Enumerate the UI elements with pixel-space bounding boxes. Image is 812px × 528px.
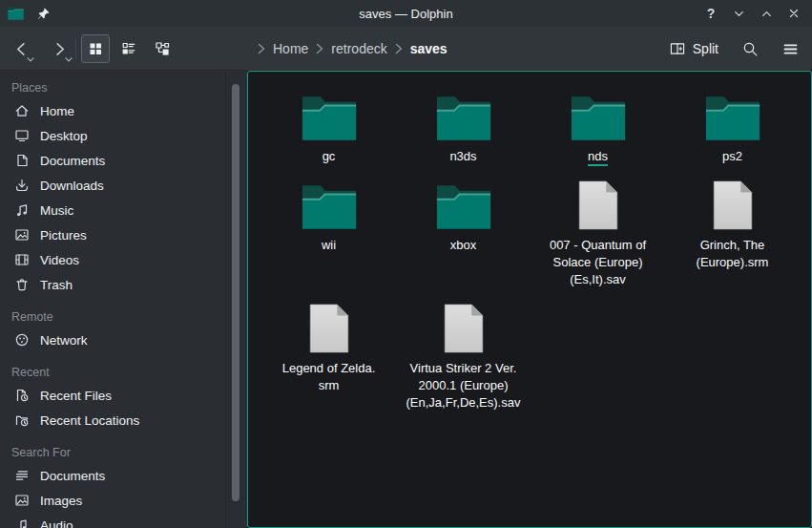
- sidebar-item-label: Network: [40, 333, 88, 348]
- folder-icon: [571, 90, 626, 141]
- dropdown-caret-icon[interactable]: [65, 57, 73, 62]
- sidebar-item-recent-locations[interactable]: Recent Locations: [0, 408, 247, 433]
- sidebar-item-music[interactable]: Music: [0, 198, 247, 222]
- item-label: n3ds: [449, 148, 476, 165]
- toolbar-separator: [75, 39, 76, 59]
- sidebar-item-label: Videos: [40, 253, 79, 267]
- toolbar: Homeretrodecksaves Split: [0, 27, 812, 71]
- split-button[interactable]: Split: [670, 41, 718, 56]
- sidebar-item-images[interactable]: Images: [0, 488, 247, 513]
- window-title: saves — Dolphin: [0, 7, 812, 21]
- music-icon: [14, 202, 30, 218]
- file-item-legend-of-zelda[interactable]: Legend of Zelda.srm: [261, 302, 396, 412]
- recent-locations-icon: [14, 412, 30, 428]
- sidebar-item-label: Documents: [40, 154, 105, 168]
- sidebar-item-documents[interactable]: Documents: [0, 463, 247, 488]
- search-images-icon: [14, 493, 30, 508]
- tree-view-button[interactable]: [148, 34, 177, 63]
- folder-item-wii[interactable]: wii: [261, 179, 396, 288]
- breadcrumb-item-retrodeck[interactable]: retrodeck: [331, 41, 386, 56]
- breadcrumb-chevron-icon: [258, 43, 265, 54]
- file-item-007-quantum-of[interactable]: 007 - Quantum ofSolace (Europe)(Es,It).s…: [531, 179, 665, 288]
- split-view-icon: [670, 41, 685, 56]
- folder-icon: [436, 179, 491, 230]
- dropdown-caret-icon[interactable]: [27, 57, 34, 62]
- sidebar-item-label: Music: [40, 203, 73, 218]
- documents-icon: [14, 153, 30, 168]
- pin-icon[interactable]: [36, 7, 51, 21]
- folder-app-icon: [8, 7, 24, 20]
- sidebar-item-pictures[interactable]: Pictures: [0, 222, 247, 247]
- icons-view-button[interactable]: [81, 34, 110, 63]
- view-mode-buttons: [81, 34, 177, 63]
- recent-files-icon: [14, 388, 30, 403]
- downloads-icon: [14, 178, 30, 193]
- split-button-label: Split: [693, 41, 718, 56]
- item-label: ps2: [722, 148, 742, 165]
- search-audio-icon: [14, 517, 30, 528]
- sidebar-item-trash[interactable]: Trash: [0, 272, 247, 297]
- window-controls: ?: [700, 0, 804, 27]
- help-button[interactable]: ?: [700, 3, 721, 24]
- breadcrumb-item-home[interactable]: Home: [273, 41, 308, 56]
- nav-buttons: [8, 27, 73, 71]
- sidebar-item-home[interactable]: Home: [0, 98, 247, 123]
- section-header-remote: Remote: [11, 306, 247, 327]
- places-panel: PlacesHomeDesktopDocumentsDownloadsMusic…: [0, 71, 247, 528]
- sidebar-item-label: Home: [40, 104, 74, 118]
- details-view-button[interactable]: [115, 34, 143, 63]
- pictures-icon: [14, 227, 30, 243]
- sidebar-item-label: Pictures: [40, 228, 87, 243]
- folder-item-n3ds[interactable]: n3ds: [396, 90, 531, 165]
- breadcrumb: Homeretrodecksaves: [250, 27, 448, 71]
- toolbar-actions: Split: [670, 27, 799, 71]
- sidebar-edge: [225, 71, 226, 528]
- folder-icon: [436, 90, 491, 141]
- sidebar-item-downloads[interactable]: Downloads: [0, 173, 247, 198]
- forward-button[interactable]: [46, 33, 73, 64]
- folder-item-nds[interactable]: nds: [531, 90, 665, 165]
- file-item-virtua-striker-2-ver[interactable]: Virtua Striker 2 Ver.2000.1 (Europe)(En,…: [396, 302, 531, 412]
- close-button[interactable]: [783, 3, 804, 24]
- search-icon[interactable]: [742, 41, 759, 57]
- item-label: gc: [323, 148, 336, 165]
- sidebar-item-label: Desktop: [40, 129, 88, 143]
- folder-item-ps2[interactable]: ps2: [665, 90, 800, 165]
- search-documents-icon: [14, 468, 30, 483]
- videos-icon: [14, 252, 30, 267]
- desktop-icon: [14, 128, 30, 143]
- sidebar-item-audio[interactable]: Audio: [0, 513, 247, 528]
- breadcrumb-chevron-icon: [395, 43, 403, 54]
- section-header-places: Places: [11, 77, 247, 98]
- folder-view[interactable]: gc n3ds nds ps2 wii xbox 007 - Quantum o…: [247, 71, 812, 528]
- item-label: Grinch, The(Europe).srm: [697, 237, 769, 271]
- titlebar: saves — Dolphin ?: [0, 0, 812, 27]
- sidebar-item-label: Images: [40, 494, 82, 508]
- sidebar-item-network[interactable]: Network: [0, 327, 247, 352]
- sidebar-item-desktop[interactable]: Desktop: [0, 123, 247, 148]
- item-label: Virtua Striker 2 Ver.2000.1 (Europe)(En,…: [406, 360, 521, 412]
- item-label: wii: [322, 237, 336, 254]
- sidebar-item-label: Recent Files: [40, 389, 112, 403]
- sidebar-item-videos[interactable]: Videos: [0, 247, 247, 272]
- section-header-recent: Recent: [11, 362, 247, 383]
- maximize-button[interactable]: [756, 3, 777, 24]
- breadcrumb-chevron-icon: [316, 43, 323, 54]
- item-label: xbox: [450, 237, 476, 254]
- folder-icon: [705, 90, 760, 141]
- back-button[interactable]: [8, 33, 34, 64]
- folder-item-xbox[interactable]: xbox: [396, 179, 531, 288]
- file-icon: [444, 302, 484, 353]
- folder-icon: [302, 90, 357, 141]
- sidebar-item-documents[interactable]: Documents: [0, 148, 247, 173]
- breadcrumb-item-saves[interactable]: saves: [410, 41, 448, 56]
- folder-item-gc[interactable]: gc: [261, 90, 396, 165]
- menu-icon[interactable]: [782, 41, 799, 57]
- sidebar-scrollbar[interactable]: [232, 84, 239, 501]
- file-icon: [713, 179, 753, 230]
- sidebar-item-recent-files[interactable]: Recent Files: [0, 383, 247, 408]
- network-icon: [14, 332, 30, 348]
- sidebar-item-label: Audio: [40, 518, 73, 528]
- file-item-grinch-the[interactable]: Grinch, The(Europe).srm: [665, 179, 800, 288]
- minimize-button[interactable]: [728, 3, 749, 24]
